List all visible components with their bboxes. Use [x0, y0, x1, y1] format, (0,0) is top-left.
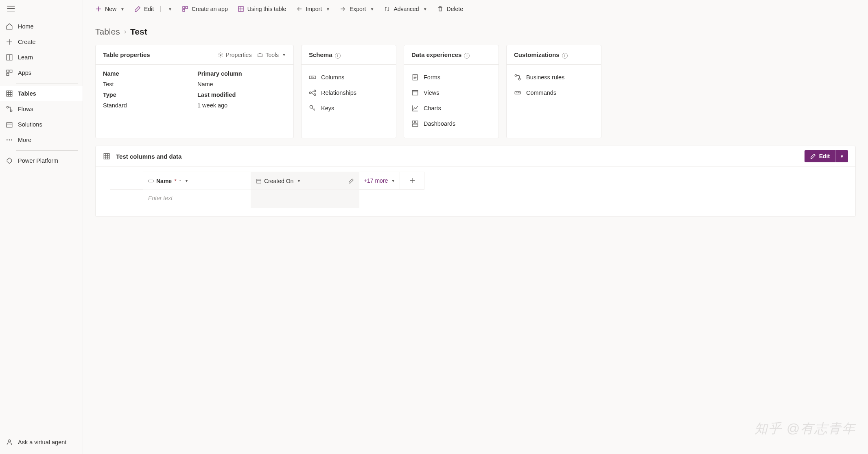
svg-point-29: [515, 74, 517, 76]
card-header: Customizationsi: [507, 45, 601, 65]
dataexp-forms[interactable]: Forms: [411, 70, 491, 84]
breadcrumb-parent[interactable]: Tables: [95, 27, 120, 37]
toolbar-label: New: [105, 6, 116, 12]
power-platform-icon: [6, 157, 13, 164]
nav-home[interactable]: Home: [0, 19, 83, 34]
table-icon: [238, 6, 244, 12]
app-icon: [182, 6, 188, 12]
advanced-button[interactable]: Advanced ▼: [380, 3, 431, 15]
column-header-name[interactable]: Name * ↑ ▼: [143, 172, 251, 190]
content-area: Tables › Test Table properties Propertie…: [83, 18, 868, 454]
schema-relationships[interactable]: Relationships: [309, 86, 389, 100]
import-button[interactable]: Import ▼: [292, 3, 334, 15]
dataexp-dashboards[interactable]: Dashboards: [411, 117, 491, 131]
delete-button[interactable]: Delete: [433, 3, 467, 15]
nav-flows[interactable]: Flows: [0, 101, 83, 117]
card-title: Data experiences: [411, 51, 461, 58]
info-icon[interactable]: i: [335, 53, 341, 59]
svg-rect-27: [415, 121, 418, 123]
breadcrumb-current: Test: [130, 27, 147, 37]
cards-row: Table properties Properties Tools ▼: [95, 45, 856, 138]
data-section-title: Test columns and data: [116, 153, 181, 160]
pencil-icon: [810, 153, 816, 159]
using-table-button[interactable]: Using this table: [234, 3, 291, 15]
svg-rect-32: [104, 153, 109, 159]
info-icon[interactable]: i: [562, 53, 568, 59]
column-header-created[interactable]: Created On ▼: [251, 172, 359, 190]
edit-data-button[interactable]: Edit: [805, 150, 835, 162]
chevron-down-icon: ▼: [120, 7, 125, 11]
key-icon: [309, 105, 316, 112]
custom-business-rules[interactable]: Business rules: [514, 70, 594, 84]
chevron-down-icon: ▼: [326, 7, 330, 11]
plus-icon: [95, 6, 102, 12]
chevron-down-icon: ▼: [297, 179, 301, 183]
toolbar: New ▼ Edit ▼ Create an app Using this ta…: [83, 0, 868, 18]
nav-learn[interactable]: Learn: [0, 50, 83, 65]
toolbar-label: Edit: [144, 6, 154, 12]
chevron-down-icon: ▼: [185, 179, 189, 183]
svg-point-21: [314, 90, 316, 92]
create-app-button[interactable]: Create an app: [178, 3, 232, 15]
prop-modified-value: 1 week ago: [197, 102, 286, 109]
form-icon: [411, 74, 419, 81]
svg-point-5: [7, 106, 9, 108]
cell-name-input[interactable]: Enter text: [143, 190, 251, 208]
properties-action[interactable]: Properties: [218, 52, 252, 58]
nav-label: Apps: [18, 70, 31, 76]
prop-name-label: Name: [103, 70, 192, 77]
nav-power-platform[interactable]: Power Platform: [0, 153, 83, 168]
commands-icon: [514, 89, 521, 96]
prop-primary-label: Primary column: [197, 70, 286, 77]
export-button[interactable]: Export ▼: [336, 3, 378, 15]
toolbar-label: Advanced: [394, 6, 419, 12]
nav-label: Solutions: [18, 121, 42, 128]
required-asterisk: *: [174, 178, 176, 184]
svg-point-22: [314, 94, 316, 96]
relationship-icon: [309, 89, 316, 96]
edit-data-split[interactable]: ▼: [835, 150, 848, 162]
nav-apps[interactable]: Apps: [0, 65, 83, 81]
svg-point-20: [309, 92, 311, 94]
svg-point-10: [11, 140, 12, 141]
svg-rect-17: [258, 54, 262, 57]
schema-keys[interactable]: Keys: [309, 101, 389, 115]
flow-icon: [6, 105, 13, 113]
card-title: Table properties: [103, 51, 150, 58]
edit-button[interactable]: Edit: [130, 3, 158, 15]
nav-solutions[interactable]: Solutions: [0, 117, 83, 132]
prop-name-value: Test: [103, 81, 192, 87]
nav-create[interactable]: Create: [0, 34, 83, 50]
dataexp-views[interactable]: Views: [411, 86, 491, 100]
nav-tables[interactable]: Tables: [0, 86, 83, 101]
schema-columns[interactable]: Abc Columns: [309, 70, 389, 84]
ask-virtual-agent[interactable]: Ask a virtual agent: [0, 434, 83, 450]
tools-action[interactable]: Tools ▼: [257, 52, 286, 58]
add-column-button[interactable]: [400, 172, 424, 190]
edit-data-button-group: Edit ▼: [805, 150, 848, 162]
chevron-down-icon: ▼: [391, 179, 395, 183]
card-data-experiences: Data experiencesi Forms Views: [404, 45, 499, 138]
view-icon: [411, 89, 419, 96]
nav-label: Tables: [18, 90, 36, 97]
info-icon[interactable]: i: [464, 53, 470, 59]
svg-point-8: [7, 140, 8, 141]
grid-icon: [103, 153, 110, 160]
sort-ascending-icon: ↑: [179, 178, 181, 184]
breadcrumb: Tables › Test: [95, 27, 856, 37]
trash-icon: [437, 6, 444, 12]
edit-split-button[interactable]: ▼: [163, 4, 176, 14]
svg-rect-7: [7, 123, 12, 127]
card-customizations: Customizationsi Business rules Commands: [506, 45, 601, 138]
new-button[interactable]: New ▼: [91, 3, 129, 15]
solutions-icon: [6, 121, 13, 128]
pencil-icon[interactable]: [348, 178, 354, 184]
text-field-icon: Abc: [309, 74, 316, 81]
more-columns-button[interactable]: +17 more ▼: [359, 172, 400, 190]
hamburger-button[interactable]: [0, 0, 83, 17]
nav-more[interactable]: More: [0, 132, 83, 148]
nav-label: Home: [18, 23, 34, 30]
custom-commands[interactable]: Commands: [514, 86, 594, 100]
dataexp-charts[interactable]: Charts: [411, 101, 491, 115]
main: New ▼ Edit ▼ Create an app Using this ta…: [83, 0, 868, 454]
